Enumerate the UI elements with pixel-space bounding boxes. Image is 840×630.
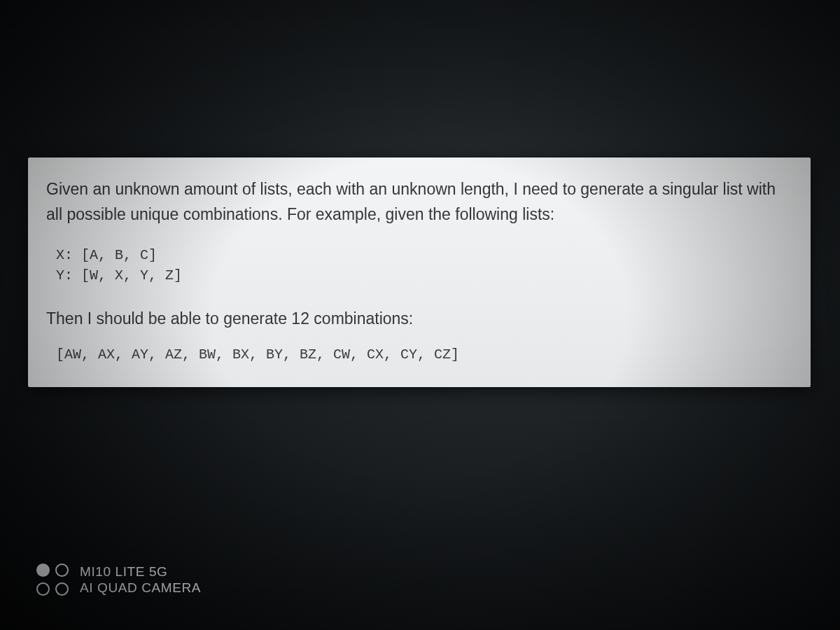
mid-paragraph: Then I should be able to generate 12 com… (46, 307, 792, 332)
input-code-block: X: [A, B, C] Y: [W, X, Y, Z] (46, 245, 792, 286)
watermark-text: MI10 LITE 5G AI QUAD CAMERA (80, 564, 201, 597)
content-card: Given an unknown amount of lists, each w… (28, 158, 811, 387)
quad-camera-icon (36, 564, 69, 596)
intro-paragraph: Given an unknown amount of lists, each w… (46, 177, 792, 227)
watermark-line2: AI QUAD CAMERA (80, 580, 201, 596)
output-code-block: [AW, AX, AY, AZ, BW, BX, BY, BZ, CW, CX,… (46, 344, 792, 365)
watermark-line1: MI10 LITE 5G (80, 564, 201, 580)
camera-watermark: MI10 LITE 5G AI QUAD CAMERA (36, 564, 201, 597)
